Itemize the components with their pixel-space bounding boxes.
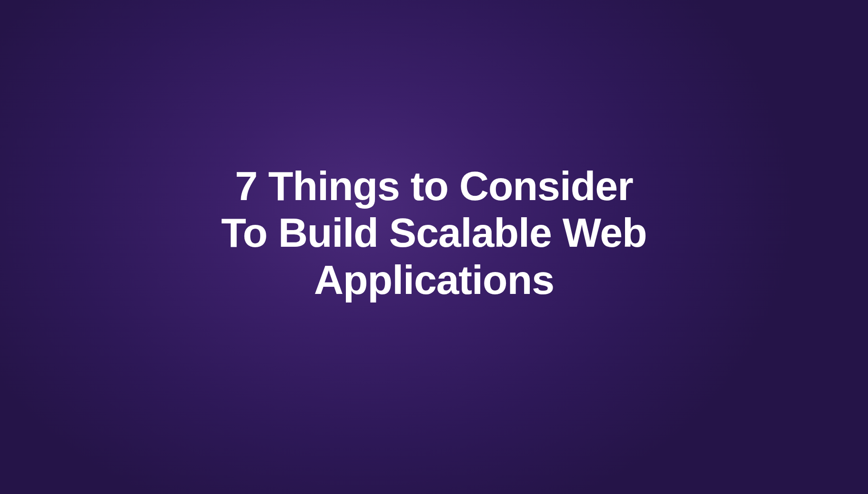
title-container: 7 Things to Consider To Build Scalable W… bbox=[221, 162, 646, 302]
title-line-1: 7 Things to Consider bbox=[221, 162, 646, 209]
title-line-2: To Build Scalable Web bbox=[221, 209, 646, 256]
title-line-3: Applications bbox=[221, 256, 646, 303]
